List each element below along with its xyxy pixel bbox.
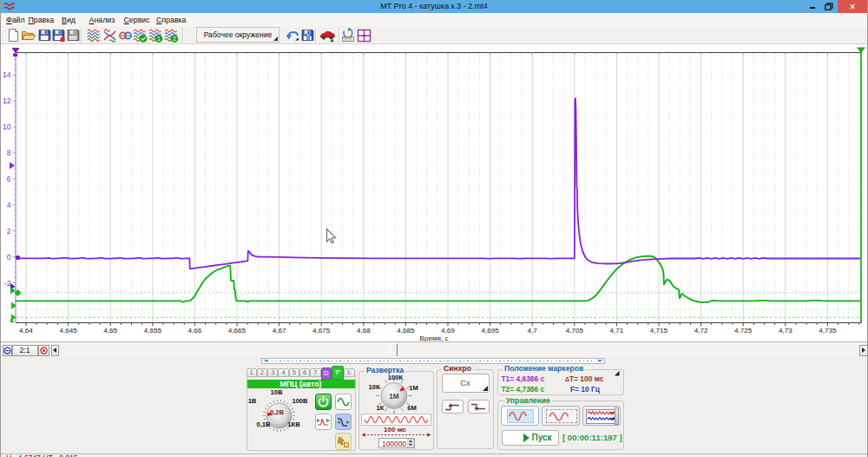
svg-text:4,685: 4,685 bbox=[397, 327, 415, 334]
svg-text:8: 8 bbox=[7, 149, 11, 157]
svg-text:14: 14 bbox=[3, 70, 11, 79]
svg-text:1М: 1М bbox=[409, 384, 418, 392]
svg-text:4,67: 4,67 bbox=[273, 327, 286, 334]
svg-text:6: 6 bbox=[7, 175, 11, 183]
svg-text:10: 10 bbox=[3, 123, 11, 131]
svg-text:1: 1 bbox=[157, 36, 161, 42]
svg-text:1М: 1М bbox=[389, 393, 399, 401]
svg-text:4,665: 4,665 bbox=[228, 327, 247, 334]
svg-text:100 мс: 100 мс bbox=[384, 426, 406, 434]
svg-text:4,705: 4,705 bbox=[566, 327, 584, 334]
svg-text:4,72: 4,72 bbox=[694, 327, 708, 334]
svg-text:12: 12 bbox=[3, 96, 11, 105]
svg-text:4,71: 4,71 bbox=[610, 327, 624, 334]
svg-text:4: 4 bbox=[7, 201, 11, 209]
svg-text:4,64: 4,64 bbox=[19, 327, 33, 334]
svg-text:10К: 10К bbox=[368, 383, 379, 391]
svg-text:0,1В: 0,1В bbox=[256, 421, 271, 428]
svg-text:4,695: 4,695 bbox=[481, 327, 499, 334]
svg-text:1В: 1В bbox=[248, 397, 257, 405]
svg-text:10В: 10В bbox=[271, 388, 283, 396]
svg-text:4,735: 4,735 bbox=[819, 327, 837, 334]
svg-text:2: 2 bbox=[173, 36, 176, 42]
svg-text:1КВ: 1КВ bbox=[287, 421, 300, 428]
svg-text:0,2В: 0,2В bbox=[270, 408, 285, 416]
svg-text:4,645: 4,645 bbox=[59, 327, 77, 334]
svg-text:100К: 100К bbox=[388, 374, 404, 381]
svg-text:4,7: 4,7 bbox=[528, 327, 538, 334]
svg-text:4,73: 4,73 bbox=[779, 327, 792, 334]
svg-text:100В: 100В bbox=[292, 397, 308, 405]
svg-text:2: 2 bbox=[7, 227, 11, 235]
svg-text:-2: -2 bbox=[4, 279, 11, 288]
svg-text:4,68: 4,68 bbox=[357, 327, 371, 334]
svg-text:4,675: 4,675 bbox=[312, 327, 331, 334]
svg-text:4,65: 4,65 bbox=[103, 327, 117, 334]
svg-text:0: 0 bbox=[7, 253, 11, 262]
svg-text:4,715: 4,715 bbox=[650, 327, 668, 334]
svg-text:4,725: 4,725 bbox=[734, 327, 753, 334]
svg-text:4,69: 4,69 bbox=[441, 327, 455, 334]
svg-text:4,66: 4,66 bbox=[188, 327, 202, 334]
svg-text:4,655: 4,655 bbox=[144, 327, 162, 334]
svg-text:6М: 6М bbox=[407, 404, 417, 412]
svg-text:1К: 1К bbox=[377, 404, 385, 412]
